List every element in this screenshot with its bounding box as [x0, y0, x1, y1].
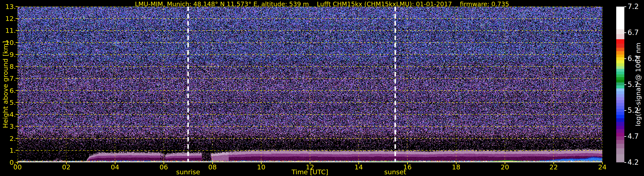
x-axis-label: Time [UTC]	[278, 168, 342, 176]
colorbar-segment	[616, 109, 624, 112]
colorbar-segment	[616, 83, 624, 86]
colorbar-segment	[616, 103, 624, 106]
colorbar-segment	[616, 66, 624, 69]
colorbar-tick-mark	[624, 110, 626, 111]
colorbar-segment	[616, 133, 624, 136]
colorbar-segment	[616, 118, 624, 122]
y-tick-mark	[16, 114, 18, 115]
x-tick-label: 22	[544, 163, 563, 171]
y-tick-label: 5.	[0, 98, 16, 107]
y-tick-label: 9.	[0, 50, 16, 59]
colorbar-segment	[616, 88, 624, 91]
y-tick-label: 3.	[0, 122, 16, 131]
colorbar-segment	[616, 91, 624, 94]
colorbar	[616, 6, 624, 162]
y-tick-mark	[16, 18, 18, 19]
x-tick-label: 10	[252, 163, 271, 171]
y-tick-mark	[16, 42, 18, 43]
y-tick-label: 4.	[0, 110, 16, 119]
y-tick-mark	[16, 78, 18, 79]
y-tick-mark	[16, 138, 18, 139]
colorbar-segment	[616, 115, 624, 118]
y-tick-mark	[16, 6, 18, 7]
colorbar-segment	[616, 122, 624, 126]
x-tick-label: 18	[446, 163, 466, 171]
colorbar-segment	[616, 86, 624, 88]
y-tick-mark	[16, 126, 18, 127]
colorbar-segment	[616, 29, 624, 34]
y-tick-mark	[16, 54, 18, 55]
x-tick-mark	[553, 162, 554, 164]
colorbar-segment	[616, 51, 624, 55]
x-tick-label: 02	[57, 163, 76, 171]
y-tick-label: 2.	[0, 134, 16, 143]
heatmap-canvas	[18, 6, 602, 162]
colorbar-segment	[616, 74, 624, 77]
colorbar-segment	[616, 34, 624, 39]
colorbar-segment	[616, 60, 624, 63]
colorbar-segment	[616, 77, 624, 80]
x-tick-mark	[310, 162, 310, 164]
y-tick-label: 10.	[0, 38, 16, 47]
colorbar-segment	[616, 106, 624, 109]
colorbar-segment	[616, 144, 624, 148]
colorbar-segment	[616, 94, 624, 97]
y-tick-mark	[16, 66, 18, 67]
colorbar-segment	[616, 72, 624, 74]
x-tick-mark	[261, 162, 262, 164]
y-tick-label: 1.	[0, 146, 16, 155]
colorbar-segment	[616, 55, 624, 58]
colorbar-segment	[616, 63, 624, 66]
x-tick-mark	[456, 162, 456, 164]
y-tick-mark	[16, 90, 18, 91]
x-tick-label: 14	[349, 163, 368, 171]
colorbar-segment	[616, 100, 624, 103]
x-tick-mark	[407, 162, 408, 164]
x-tick-label: 20	[495, 163, 514, 171]
colorbar-segment	[616, 44, 624, 48]
x-tick-mark	[602, 162, 603, 164]
x-tick-mark	[164, 162, 164, 164]
colorbar-segment	[616, 57, 624, 60]
y-tick-mark	[16, 102, 18, 103]
x-tick-label: 24	[593, 163, 612, 171]
x-tick-label: 04	[105, 163, 124, 171]
colorbar-segment	[616, 80, 624, 83]
colorbar-segment	[616, 97, 624, 100]
colorbar-label: log(rc-signal) @ 1064 nm	[632, 6, 644, 162]
colorbar-segment	[616, 136, 624, 140]
y-tick-label: 11.	[0, 26, 16, 35]
x-tick-mark	[212, 162, 213, 164]
colorbar-segment	[616, 129, 624, 133]
colorbar-segment	[616, 48, 624, 51]
colorbar-segment	[616, 69, 624, 72]
sunset-label: sunset	[372, 168, 419, 176]
x-tick-mark	[17, 162, 18, 164]
colorbar-tick-mark	[624, 136, 626, 137]
colorbar-segment	[616, 39, 624, 44]
y-tick-label: 12.	[0, 14, 16, 23]
colorbar-tick-mark	[624, 6, 626, 7]
x-tick-label: 00	[8, 163, 27, 171]
colorbar-segment	[616, 126, 624, 129]
colorbar-tick-mark	[624, 58, 626, 59]
x-tick-mark	[505, 162, 505, 164]
colorbar-segment	[616, 154, 624, 162]
y-tick-label: 6.	[0, 86, 16, 95]
y-tick-label: 8.	[0, 62, 16, 71]
colorbar-segment	[616, 6, 624, 29]
colorbar-tick-mark	[624, 162, 626, 163]
x-tick-mark	[66, 162, 67, 164]
colorbar-tick-mark	[624, 32, 626, 33]
y-tick-mark	[16, 150, 18, 151]
y-tick-label: 13.	[0, 2, 16, 11]
colorbar-segment	[616, 112, 624, 115]
y-tick-mark	[16, 30, 18, 31]
sunrise-label: sunrise	[164, 168, 212, 176]
colorbar-tick-mark	[624, 84, 626, 85]
x-tick-mark	[358, 162, 359, 164]
colorbar-segment	[616, 140, 624, 144]
colorbar-segment	[616, 148, 624, 154]
x-tick-mark	[115, 162, 116, 164]
y-tick-label: 7.	[0, 74, 16, 83]
